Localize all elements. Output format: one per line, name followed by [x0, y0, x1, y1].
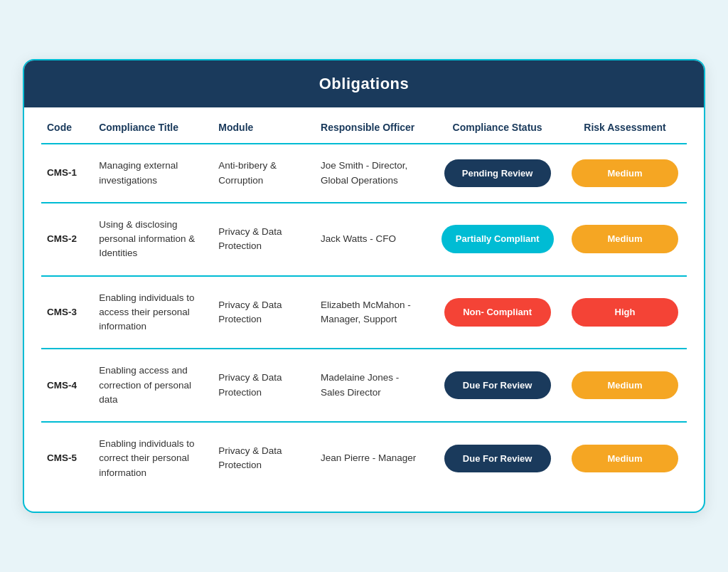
obligations-card: Obligations Code Compliance Title Module… [23, 59, 705, 513]
cell-risk: Medium [563, 203, 687, 276]
cell-code: CMS-3 [41, 276, 90, 349]
cell-compliance-title: Enabling individuals to correct their pe… [90, 422, 210, 494]
cell-compliance-title: Managing external investigations [90, 144, 210, 203]
risk-badge: Medium [572, 159, 678, 188]
cell-code: CMS-1 [41, 144, 90, 203]
cell-status: Partially Compliant [432, 203, 563, 276]
cell-compliance-title: Enabling individuals to access their per… [90, 276, 210, 349]
cell-officer: Elizabeth McMahon - Manager, Support [312, 276, 432, 349]
cell-module: Privacy & Data Protection [210, 422, 312, 494]
cell-status: Non- Compliant [432, 276, 563, 349]
cell-status: Pending Review [432, 144, 563, 203]
page-title: Obligations [47, 75, 681, 93]
cell-module: Anti-bribery & Corruption [210, 144, 312, 203]
table-row: CMS-1 Managing external investigations A… [41, 144, 687, 203]
cell-status: Due For Review [432, 349, 563, 422]
col-header-code: Code [41, 107, 90, 144]
table-row: CMS-2 Using & disclosing personal inform… [41, 203, 687, 276]
col-header-module: Module [210, 107, 312, 144]
col-header-status: Compliance Status [432, 107, 563, 144]
risk-badge: Medium [572, 225, 678, 253]
cell-code: CMS-4 [41, 349, 90, 422]
cell-risk: Medium [563, 349, 687, 422]
cell-code: CMS-2 [41, 203, 90, 276]
status-badge: Non- Compliant [444, 298, 551, 327]
cell-compliance-title: Using & disclosing personal information … [90, 203, 210, 276]
card-header: Obligations [24, 60, 704, 107]
cell-risk: High [563, 276, 687, 349]
risk-badge: Medium [572, 371, 678, 400]
cell-officer: Jean Pierre - Manager [312, 422, 432, 494]
cell-compliance-title: Enabling access and correction of person… [90, 349, 210, 422]
table-header-row: Code Compliance Title Module Responsible… [41, 107, 687, 144]
status-badge: Due For Review [444, 445, 551, 473]
table-row: CMS-5 Enabling individuals to correct th… [41, 422, 687, 494]
cell-risk: Medium [563, 144, 687, 203]
risk-badge: Medium [572, 445, 678, 473]
status-badge: Pending Review [444, 159, 551, 188]
obligations-table: Code Compliance Title Module Responsible… [41, 107, 687, 494]
cell-module: Privacy & Data Protection [210, 203, 312, 276]
cell-officer: Madelaine Jones - Sales Director [312, 349, 432, 422]
table-container: Code Compliance Title Module Responsible… [24, 107, 704, 512]
col-header-officer: Responsible Officer [312, 107, 432, 144]
cell-module: Privacy & Data Protection [210, 349, 312, 422]
status-badge: Partially Compliant [441, 225, 554, 253]
cell-code: CMS-5 [41, 422, 90, 494]
cell-officer: Jack Watts - CFO [312, 203, 432, 276]
risk-badge: High [572, 298, 678, 327]
cell-officer: Joe Smith - Director, Global Operations [312, 144, 432, 203]
col-header-risk: Risk Assessment [563, 107, 687, 144]
status-badge: Due For Review [444, 371, 551, 400]
cell-status: Due For Review [432, 422, 563, 494]
cell-risk: Medium [563, 422, 687, 494]
col-header-compliance-title: Compliance Title [90, 107, 210, 144]
table-row: CMS-4 Enabling access and correction of … [41, 349, 687, 422]
table-row: CMS-3 Enabling individuals to access the… [41, 276, 687, 349]
cell-module: Privacy & Data Protection [210, 276, 312, 349]
